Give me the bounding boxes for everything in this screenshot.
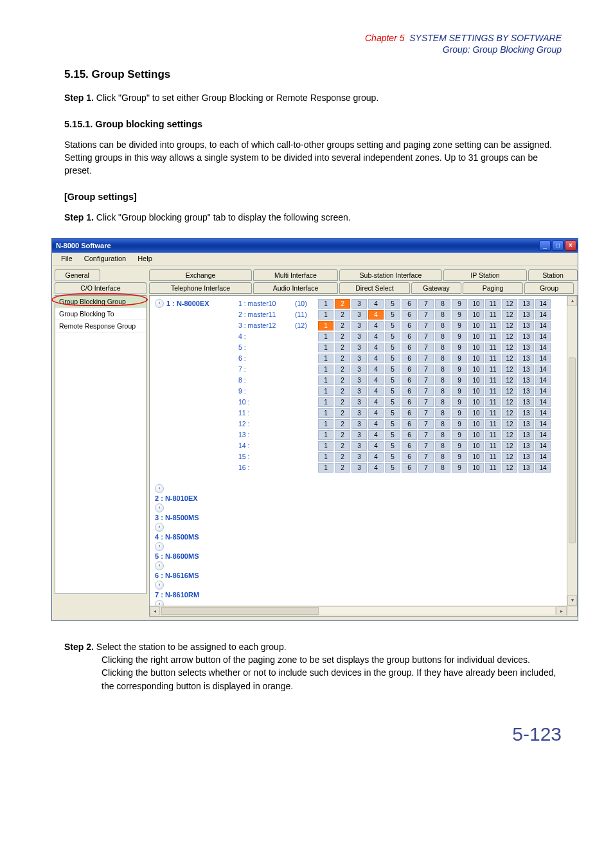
grid-cell[interactable]: 7 — [418, 430, 434, 440]
sidetab-group-blocking-to[interactable]: Group Blocking To — [55, 308, 146, 320]
grid-cell[interactable]: 13 — [519, 365, 534, 374]
grid-cell[interactable]: 2 — [335, 408, 350, 418]
grid-cell[interactable]: 6 — [402, 310, 417, 320]
grid-cell[interactable]: 8 — [435, 430, 450, 440]
grid-cell[interactable]: 9 — [452, 332, 467, 341]
grid-cell[interactable]: 14 — [535, 375, 551, 385]
tree-node-1[interactable]: ‹1 : N-8000EX — [155, 298, 236, 309]
grid-cell[interactable]: 2 — [335, 321, 350, 330]
grid-cell[interactable]: 12 — [502, 343, 517, 352]
grid-cell[interactable]: 13 — [519, 321, 534, 330]
grid-cell[interactable]: 8 — [435, 310, 450, 320]
grid-cell[interactable]: 7 — [418, 354, 434, 363]
grid-cell[interactable]: 7 — [418, 463, 434, 473]
grid-cell[interactable]: 7 — [418, 321, 434, 330]
grid-cell[interactable]: 10 — [468, 365, 484, 374]
scroll-thumb-v[interactable] — [569, 357, 576, 543]
grid-cell[interactable]: 14 — [535, 430, 551, 440]
upper-tab-multi-interface[interactable]: Multi Interface — [253, 269, 338, 281]
grid-cell[interactable]: 1 — [318, 430, 333, 440]
grid-cell[interactable]: 8 — [435, 441, 450, 451]
grid-cell[interactable]: 11 — [485, 463, 501, 473]
grid-cell[interactable]: 4 — [368, 332, 384, 341]
tree-expand[interactable]: › — [155, 503, 236, 513]
grid-cell[interactable]: 14 — [535, 397, 551, 407]
grid-cell[interactable]: 2 — [335, 332, 350, 341]
grid-cell[interactable]: 14 — [535, 408, 551, 418]
grid-cell[interactable]: 6 — [402, 299, 417, 309]
grid-cell[interactable]: 5 — [385, 452, 400, 462]
grid-cell[interactable]: 12 — [502, 386, 517, 396]
grid-cell[interactable]: 4 — [368, 463, 384, 473]
grid-cell[interactable]: 6 — [402, 408, 417, 418]
grid-cell[interactable]: 13 — [519, 354, 534, 363]
upper-tab-gateway[interactable]: Gateway — [411, 282, 461, 294]
grid-cell[interactable]: 9 — [452, 354, 467, 363]
grid-cell[interactable]: 12 — [502, 408, 517, 418]
grid-cell[interactable]: 12 — [502, 430, 517, 440]
menu-help[interactable]: Help — [132, 254, 157, 263]
grid-cell[interactable]: 9 — [452, 452, 467, 462]
tree-node[interactable]: 5 : N-8600MS — [155, 552, 236, 561]
grid-cell[interactable]: 6 — [402, 365, 417, 374]
grid-cell[interactable]: 2 — [335, 441, 350, 451]
sidetab-group-blocking-group[interactable]: Group Blocking Group — [55, 296, 146, 308]
tree-expand[interactable]: › — [155, 561, 236, 571]
grid-cell[interactable]: 12 — [502, 299, 517, 309]
grid-cell[interactable]: 10 — [468, 386, 484, 396]
grid-cell[interactable]: 10 — [468, 321, 484, 330]
grid-cell[interactable]: 3 — [351, 463, 367, 473]
sidetab-remote-response-group[interactable]: Remote Response Group — [55, 320, 146, 332]
grid-cell[interactable]: 14 — [535, 310, 551, 320]
tree-expand[interactable]: › — [155, 522, 236, 532]
grid-cell[interactable]: 7 — [418, 310, 434, 320]
grid-cell[interactable]: 8 — [435, 386, 450, 396]
grid-cell[interactable]: 14 — [535, 386, 551, 396]
grid-cell[interactable]: 3 — [351, 408, 367, 418]
tree-node[interactable]: 7 : N-8610RM — [155, 590, 236, 599]
grid-cell[interactable]: 13 — [519, 441, 534, 451]
grid-cell[interactable]: 6 — [402, 386, 417, 396]
grid-cell[interactable]: 11 — [485, 299, 501, 309]
upper-tab-ip-station[interactable]: IP Station — [443, 269, 527, 281]
grid-cell[interactable]: 8 — [435, 463, 450, 473]
grid-cell[interactable]: 8 — [435, 321, 450, 330]
grid-cell[interactable]: 2 — [335, 397, 350, 407]
grid-cell[interactable]: 10 — [468, 452, 484, 462]
scroll-down-arrow[interactable]: ▾ — [567, 595, 577, 606]
grid-cell[interactable]: 9 — [452, 397, 467, 407]
grid-cell[interactable]: 1 — [318, 408, 333, 418]
grid-cell[interactable]: 4 — [368, 452, 384, 462]
caret-right-icon[interactable]: › — [155, 542, 164, 551]
grid-cell[interactable]: 14 — [535, 354, 551, 363]
grid-cell[interactable]: 2 — [335, 299, 350, 309]
grid-cell[interactable]: 2 — [335, 365, 350, 374]
grid-cell[interactable]: 9 — [452, 441, 467, 451]
grid-cell[interactable]: 9 — [452, 463, 467, 473]
grid-cell[interactable]: 10 — [468, 310, 484, 320]
grid-cell[interactable]: 14 — [535, 441, 551, 451]
grid-cell[interactable]: 7 — [418, 332, 434, 341]
caret-right-icon[interactable]: › — [155, 561, 164, 570]
grid-cell[interactable]: 3 — [351, 332, 367, 341]
menu-file[interactable]: File — [56, 254, 78, 263]
grid-cell[interactable]: 14 — [535, 299, 551, 309]
upper-tab-sub-station-interface[interactable]: Sub-station Interface — [339, 269, 442, 281]
grid-cell[interactable]: 9 — [452, 299, 467, 309]
grid-cell[interactable]: 3 — [351, 343, 367, 352]
grid-cell[interactable]: 7 — [418, 452, 434, 462]
tab-co-interface[interactable]: C/O Interface — [55, 282, 147, 294]
grid-cell[interactable]: 13 — [519, 397, 534, 407]
grid-cell[interactable]: 3 — [351, 441, 367, 451]
grid-cell[interactable]: 13 — [519, 408, 534, 418]
grid-cell[interactable]: 4 — [368, 365, 384, 374]
grid-cell[interactable]: 12 — [502, 463, 517, 473]
grid-cell[interactable]: 14 — [535, 343, 551, 352]
grid-cell[interactable]: 2 — [335, 419, 350, 429]
grid-cell[interactable]: 9 — [452, 375, 467, 385]
grid-cell[interactable]: 14 — [535, 321, 551, 330]
grid-cell[interactable]: 9 — [452, 419, 467, 429]
grid-cell[interactable]: 3 — [351, 397, 367, 407]
grid-cell[interactable]: 6 — [402, 441, 417, 451]
grid-cell[interactable]: 1 — [318, 332, 333, 341]
